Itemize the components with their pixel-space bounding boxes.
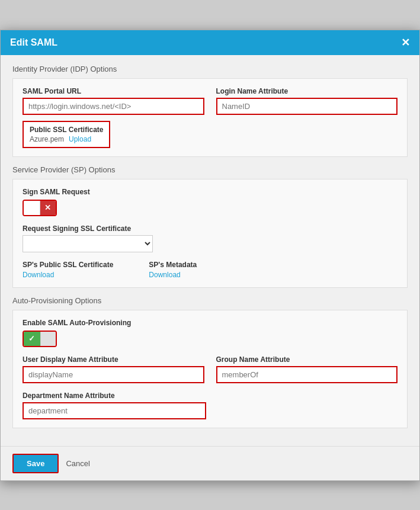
sp-public-ssl-col: SP's Public SSL Certificate Download <box>23 261 113 279</box>
auto-provisioning-section-label: Auto-Provisioning Options <box>12 296 408 305</box>
modal-footer: Save Cancel <box>1 446 419 480</box>
edit-saml-modal: Edit SAML ✕ Identity Provider (IDP) Opti… <box>0 30 420 481</box>
user-display-name-col: User Display Name Attribute <box>23 355 204 383</box>
user-display-name-input[interactable] <box>23 366 204 383</box>
sp-section-box: Sign SAML Request ✕ Request Signing SSL … <box>12 179 408 288</box>
sp-section-label: Service Provider (SP) Options <box>12 165 408 174</box>
group-name-input[interactable] <box>216 366 398 383</box>
toggle-x-icon: ✕ <box>44 203 51 212</box>
ssl-cert-row: Azure.pem Upload <box>30 135 103 143</box>
department-name-input[interactable] <box>23 402 206 419</box>
sp-metadata-col: SP's Metadata Download <box>149 261 197 279</box>
sign-saml-toggle[interactable]: ✕ <box>23 200 57 216</box>
ssl-cert-label: Public SSL Certificate <box>30 126 103 134</box>
saml-portal-url-label: SAML Portal URL <box>23 87 204 95</box>
sp-metadata-label: SP's Metadata <box>149 261 197 269</box>
ssl-cert-box: Public SSL Certificate Azure.pem Upload <box>23 121 110 148</box>
group-name-col: Group Name Attribute <box>216 355 398 383</box>
sp-public-ssl-label: SP's Public SSL Certificate <box>23 261 113 269</box>
group-name-label: Group Name Attribute <box>216 355 398 364</box>
toggle-check-icon: ✓ <box>28 334 35 343</box>
sign-saml-request-label: Sign SAML Request <box>23 188 397 196</box>
user-display-name-label: User Display Name Attribute <box>23 355 204 364</box>
idp-section-box: SAML Portal URL Login Name Attribute Pub… <box>12 78 408 157</box>
login-name-attribute-input[interactable] <box>216 98 398 115</box>
login-name-attribute-label: Login Name Attribute <box>216 87 398 95</box>
auto-provisioning-toggle[interactable]: ✓ <box>23 331 57 347</box>
modal-header: Edit SAML ✕ <box>1 30 419 55</box>
sign-saml-toggle-container: ✕ <box>23 200 397 216</box>
toggle-on-left: ✓ <box>24 332 40 346</box>
toggle-on-right <box>40 332 56 346</box>
idp-section-label: Identity Provider (IDP) Options <box>12 65 408 73</box>
saml-portal-url-input[interactable] <box>23 98 204 115</box>
department-name-container: Department Name Attribute <box>23 392 397 419</box>
auto-provisioning-section-box: Enable SAML Auto-Provisioning ✓ User Dis… <box>12 310 408 428</box>
login-name-attribute-col: Login Name Attribute <box>216 87 398 115</box>
request-signing-ssl-select[interactable] <box>23 235 153 252</box>
enable-auto-provisioning-label: Enable SAML Auto-Provisioning <box>23 319 397 327</box>
request-signing-ssl-label: Request Signing SSL Certificate <box>23 224 397 233</box>
toggle-off-left <box>24 201 40 215</box>
modal-title: Edit SAML <box>10 37 57 48</box>
ssl-cert-upload-link[interactable]: Upload <box>69 135 91 143</box>
sp-metadata-download-link[interactable]: Download <box>149 271 180 279</box>
sp-download-row: SP's Public SSL Certificate Download SP'… <box>23 261 397 279</box>
saml-portal-url-col: SAML Portal URL <box>23 87 204 115</box>
toggle-off-right: ✕ <box>40 201 56 215</box>
modal-close-button[interactable]: ✕ <box>401 36 410 49</box>
sp-public-ssl-download-link[interactable]: Download <box>23 271 54 279</box>
idp-top-row: SAML Portal URL Login Name Attribute <box>23 87 397 115</box>
department-name-label: Department Name Attribute <box>23 392 397 400</box>
provisioning-row1: User Display Name Attribute Group Name A… <box>23 355 397 383</box>
modal-body: Identity Provider (IDP) Options SAML Por… <box>1 55 419 446</box>
save-button[interactable]: Save <box>12 454 59 473</box>
request-signing-ssl-container: Request Signing SSL Certificate <box>23 224 397 252</box>
cancel-button[interactable]: Cancel <box>66 459 89 468</box>
auto-provisioning-toggle-container: ✓ <box>23 331 397 347</box>
ssl-cert-filename: Azure.pem <box>30 135 64 143</box>
